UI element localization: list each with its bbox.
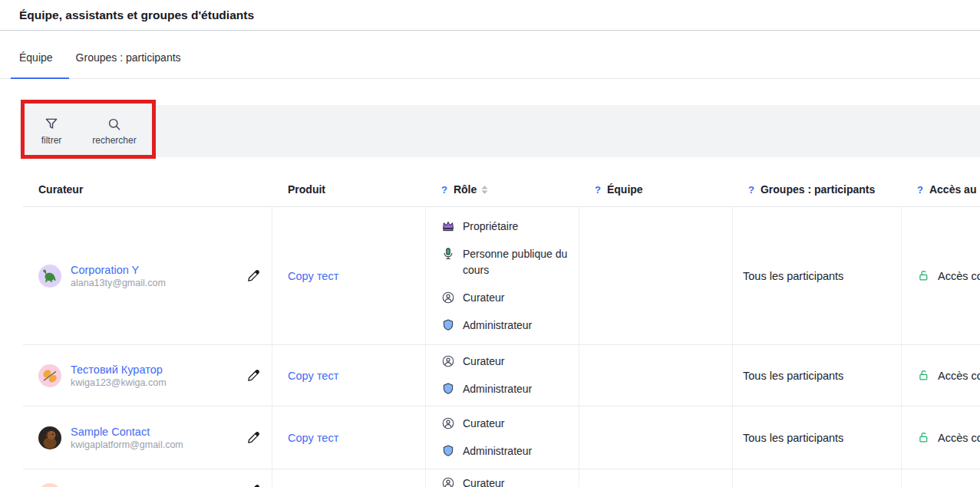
curator-identity: Тестовий Куратор kwiga123@kwiga.com — [71, 364, 167, 388]
role-label: Curateur — [463, 475, 504, 487]
product-cell — [272, 469, 426, 487]
product-link[interactable]: Copy тест — [288, 270, 338, 282]
curator-name-link[interactable]: Sample Contact — [71, 426, 183, 438]
access-cell: Accès co — [902, 406, 980, 469]
team-page: Équipe, assistants et groupes d'étudiant… — [0, 0, 980, 487]
role-item: Administrateur — [441, 443, 532, 459]
shield-icon — [441, 318, 455, 332]
role-label: Personne publique du cours — [463, 246, 571, 278]
active-tab-indicator — [11, 77, 69, 79]
col-label: Équipe — [607, 183, 643, 196]
avatar — [38, 364, 61, 387]
team-cell — [579, 207, 733, 344]
person-circle-icon — [441, 476, 455, 487]
curator-name-link[interactable]: Тестовий Куратор — [71, 364, 167, 376]
col-header-produit: Produit — [272, 173, 426, 206]
curator-cell: Тестовий Куратор kwiga123@kwiga.com — [23, 345, 272, 406]
filter-label: filtrer — [41, 135, 62, 146]
product-cell: Copy тест — [272, 345, 426, 406]
help-icon[interactable]: ? — [441, 184, 447, 196]
avatar — [38, 426, 61, 449]
lock-open-icon — [917, 369, 930, 382]
role-item: Curateur — [441, 475, 504, 487]
curator-cell: Corporation Y alana13ty@gmail.com — [23, 207, 272, 344]
roles-cell: Curateur Administrateur — [426, 345, 579, 406]
shield-icon — [441, 382, 455, 396]
curator-email: kwiga123@kwiga.com — [71, 377, 167, 388]
table-row: Curateur — [23, 469, 980, 487]
col-label: Produit — [288, 183, 325, 196]
product-link[interactable]: Copy тест — [288, 432, 338, 444]
role-label: Curateur — [463, 354, 504, 370]
team-cell — [579, 469, 733, 487]
table-row: Sample Contact kwigaplatform@gmail.com C… — [23, 406, 980, 469]
person-circle-icon — [441, 416, 455, 430]
tabs-bottom-border — [0, 78, 980, 79]
sort-icon[interactable] — [481, 186, 488, 194]
search-icon — [107, 117, 122, 132]
role-item: Administrateur — [441, 318, 532, 334]
product-cell: Copy тест — [272, 207, 426, 344]
product-link[interactable]: Copy тест — [288, 370, 338, 382]
help-icon[interactable]: ? — [748, 184, 754, 196]
curator-email: kwigaplatform@gmail.com — [71, 439, 183, 450]
help-icon[interactable]: ? — [917, 184, 923, 196]
table-row: Тестовий Куратор kwiga123@kwiga.com Copy… — [23, 345, 980, 406]
edit-pencil-icon[interactable] — [246, 368, 261, 383]
role-label: Curateur — [463, 416, 504, 432]
col-header-role: ? Rôle — [426, 173, 579, 206]
table-toolbar: filtrer rechercher — [19, 105, 980, 157]
avatar — [38, 265, 61, 288]
groups-cell: Tous les participants — [733, 207, 902, 344]
search-button[interactable]: rechercher — [82, 117, 147, 146]
access-value: Accès co — [938, 270, 980, 282]
team-cell — [579, 406, 733, 469]
col-label: Rôle — [454, 183, 477, 196]
groups-cell: Tous les participants — [733, 345, 902, 406]
role-item: Curateur — [441, 354, 504, 370]
edit-pencil-icon[interactable] — [246, 268, 261, 283]
lock-open-icon — [917, 431, 930, 444]
groups-value: Tous les participants — [743, 270, 843, 282]
access-value: Accès co — [938, 432, 980, 444]
role-item: Curateur — [441, 416, 504, 432]
table-header-row: Curateur Produit ? Rôle ? Équipe ? Group… — [23, 173, 980, 207]
role-item: Administrateur — [441, 381, 532, 397]
col-header-equipe: ? Équipe — [579, 173, 733, 206]
edit-pencil-icon[interactable] — [246, 483, 261, 487]
lock-open-icon — [917, 269, 930, 282]
edit-pencil-icon[interactable] — [246, 430, 261, 445]
access-value: Accès co — [938, 370, 980, 382]
curator-name-link[interactable]: Corporation Y — [71, 264, 166, 276]
groups-cell: Tous les participants — [733, 406, 902, 469]
roles-cell: Curateur Administrateur — [426, 406, 579, 469]
crown-icon — [441, 219, 455, 233]
col-header-groupes: ? Groupes : participants — [733, 173, 902, 206]
role-item: Curateur — [441, 290, 504, 306]
access-cell — [902, 469, 980, 487]
col-label: Curateur — [38, 183, 83, 196]
access-cell: Accès co — [902, 345, 980, 406]
role-item: Propriétaire — [441, 219, 518, 235]
page-title: Équipe, assistants et groupes d'étudiant… — [19, 8, 254, 22]
col-label: Groupes : participants — [761, 183, 875, 196]
curator-identity: Corporation Y alana13ty@gmail.com — [71, 264, 166, 288]
person-circle-icon — [441, 291, 455, 304]
groups-value: Tous les participants — [743, 432, 843, 444]
filter-button[interactable]: filtrer — [30, 117, 73, 146]
role-label: Curateur — [463, 290, 504, 306]
curator-cell — [23, 469, 272, 487]
role-label: Administrateur — [463, 443, 532, 459]
role-label: Propriétaire — [463, 219, 518, 235]
role-label: Administrateur — [463, 318, 532, 334]
tab-equipe[interactable]: Équipe — [19, 51, 53, 67]
groups-cell — [733, 469, 902, 487]
search-label: rechercher — [92, 135, 136, 146]
col-label: Accès au — [929, 183, 976, 196]
curator-email: alana13ty@gmail.com — [71, 278, 166, 288]
tab-groupes-participants[interactable]: Groupes : participants — [76, 51, 181, 67]
title-divider — [0, 30, 980, 31]
curator-cell: Sample Contact kwigaplatform@gmail.com — [23, 406, 272, 469]
help-icon[interactable]: ? — [595, 184, 601, 196]
role-label: Administrateur — [463, 381, 532, 397]
